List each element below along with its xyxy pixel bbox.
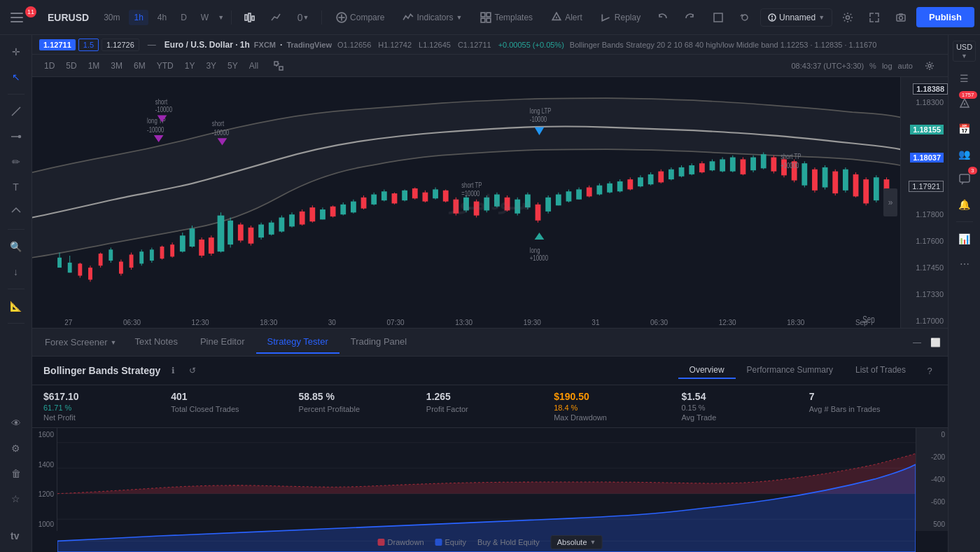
pencil-tool[interactable]: ✏: [5, 151, 27, 173]
snapshot-button[interactable]: [734, 6, 756, 29]
redo-button[interactable]: [678, 6, 701, 29]
tf-3y[interactable]: 3Y: [201, 59, 221, 73]
settings-gear-button[interactable]: [836, 6, 859, 29]
measure-tool[interactable]: [5, 201, 27, 223]
svg-rect-104: [423, 193, 428, 202]
hamburger-menu-button[interactable]: [6, 6, 28, 29]
settings-sidebar-btn[interactable]: ⚙: [5, 437, 27, 460]
indicator-info: Bollinger Bands Strategy 20 2 10 68 40 h…: [570, 41, 877, 49]
tf-6m[interactable]: 6M: [129, 59, 150, 73]
trash-tool[interactable]: 🗑: [5, 462, 27, 485]
forex-screener-tab[interactable]: Forex Screener ▼: [38, 331, 124, 353]
svg-rect-62: [209, 237, 214, 254]
strategy-info-button[interactable]: ℹ: [166, 364, 180, 378]
currency-selector[interactable]: USD ▼: [953, 41, 976, 62]
strategy-tester-tab[interactable]: Strategy Tester: [256, 331, 340, 354]
performance-summary-tab[interactable]: Performance Summary: [736, 362, 844, 379]
cursor-tool[interactable]: ↖: [5, 66, 27, 88]
scroll-down-tool[interactable]: ↓: [5, 261, 27, 283]
tf-5y[interactable]: 5Y: [223, 59, 243, 73]
alert-button[interactable]: Alert: [544, 8, 589, 27]
indicators-button[interactable]: Indicators ▼: [396, 8, 469, 27]
time-0730: 07:30: [387, 319, 405, 326]
svg-rect-168: [750, 158, 756, 171]
fullscreen-button[interactable]: [707, 6, 729, 29]
zoom-tool[interactable]: 🔍: [5, 235, 27, 258]
timeframe-d[interactable]: D: [176, 10, 192, 25]
text-tool[interactable]: T: [5, 176, 27, 198]
trend-line-tool[interactable]: [5, 100, 27, 123]
ruler-tool[interactable]: 📐: [5, 295, 27, 317]
minimize-panel-button[interactable]: —: [910, 336, 924, 350]
absolute-label: Absolute: [557, 538, 587, 546]
chart-legend: Drawdown Equity Buy & Hold Equity Absolu…: [378, 535, 603, 549]
people-button[interactable]: 👥: [953, 143, 976, 165]
eye-tool[interactable]: 👁: [5, 412, 27, 434]
svg-rect-42: [108, 249, 113, 261]
overview-tab[interactable]: Overview: [678, 362, 736, 379]
star-tool[interactable]: ☆: [5, 488, 27, 510]
replay-button[interactable]: Replay: [594, 8, 648, 27]
symbol-full-name: Euro / U.S. Dollar · 1h: [164, 40, 250, 50]
chart-settings-button[interactable]: 0 ▼: [292, 6, 314, 29]
timeframe-row: 1D 5D 1M 3M 6M YTD 1Y 3Y 5Y All 08:43:37…: [32, 55, 948, 77]
expand-chart-button[interactable]: [863, 6, 886, 29]
tf-1d[interactable]: 1D: [39, 59, 59, 73]
tf-5d[interactable]: 5D: [61, 59, 81, 73]
tf-1y[interactable]: 1Y: [180, 59, 200, 73]
watchlist-button[interactable]: ☰: [953, 67, 976, 90]
compare-button[interactable]: Compare: [329, 8, 391, 27]
chat-button[interactable]: 3: [953, 168, 976, 191]
svg-rect-1: [10, 17, 23, 18]
tf-1m[interactable]: 1M: [83, 59, 105, 73]
horizontal-line-tool[interactable]: [5, 125, 27, 148]
tf-3m[interactable]: 3M: [106, 59, 127, 73]
strategy-settings-button[interactable]: ↺: [186, 364, 200, 378]
tf-ytd[interactable]: YTD: [152, 59, 178, 73]
alerts-button[interactable]: 1757: [953, 92, 976, 115]
unnamed-button[interactable]: Unnamed ▼: [760, 8, 832, 27]
timeframe-30m[interactable]: 30m: [99, 10, 125, 25]
tf-all[interactable]: All: [244, 59, 263, 73]
more-button[interactable]: ⋯: [953, 253, 976, 275]
text-notes-tab[interactable]: Text Notes: [124, 331, 189, 354]
orders-button[interactable]: 📊: [953, 228, 976, 250]
avg-trade-value: $1.54: [681, 391, 808, 402]
notifications-button[interactable]: 🔔: [953, 193, 976, 216]
timeframe-4h[interactable]: 4h: [153, 10, 172, 25]
line-chart-button[interactable]: [265, 6, 288, 29]
calendar-button[interactable]: 📅: [953, 118, 976, 140]
camera-button[interactable]: [890, 6, 912, 29]
compare-chart-button[interactable]: [267, 55, 290, 77]
maximize-panel-button[interactable]: ⬜: [928, 336, 942, 350]
symbol-label[interactable]: EURUSD: [48, 12, 89, 23]
chart-canvas[interactable]: سـودامـوز: [32, 77, 948, 328]
publish-button[interactable]: Publish: [916, 7, 974, 27]
svg-rect-52: [160, 247, 164, 258]
list-of-trades-tab[interactable]: List of Trades: [844, 362, 917, 379]
svg-rect-152: [668, 170, 674, 179]
svg-rect-118: [494, 195, 500, 207]
chart-type-button[interactable]: [239, 6, 261, 29]
pine-editor-tab[interactable]: Pine Editor: [189, 331, 256, 354]
time-1830b: 18:30: [787, 319, 804, 326]
max-drawdown-sub: 18.4 %: [554, 403, 681, 412]
svg-line-22: [12, 107, 20, 116]
price-1.17330: 1.17330: [901, 290, 948, 298]
absolute-dropdown[interactable]: Absolute ▼: [551, 535, 603, 549]
chart-scroll-arrow[interactable]: »: [883, 188, 897, 216]
profit-factor-stat: 1.265 Profit Factor: [426, 391, 554, 422]
strategy-help-button[interactable]: ?: [923, 364, 937, 378]
undo-button[interactable]: [652, 6, 674, 29]
timeframe-dropdown-arrow[interactable]: ▼: [218, 14, 224, 21]
timeframe-1h[interactable]: 1h: [129, 10, 148, 25]
trading-panel-tab[interactable]: Trading Panel: [340, 331, 418, 354]
absolute-arrow: ▼: [590, 539, 596, 546]
svg-rect-54: [170, 244, 174, 256]
templates-button[interactable]: Templates: [473, 8, 540, 27]
chart-settings-gear[interactable]: [918, 55, 941, 77]
svg-rect-88: [340, 205, 346, 214]
crosshair-tool[interactable]: ✛: [5, 41, 27, 63]
timeframe-w[interactable]: W: [196, 10, 214, 25]
price-scale: 1.18388 1.18300 1.18155 1.18037 1.17921 …: [900, 77, 948, 328]
